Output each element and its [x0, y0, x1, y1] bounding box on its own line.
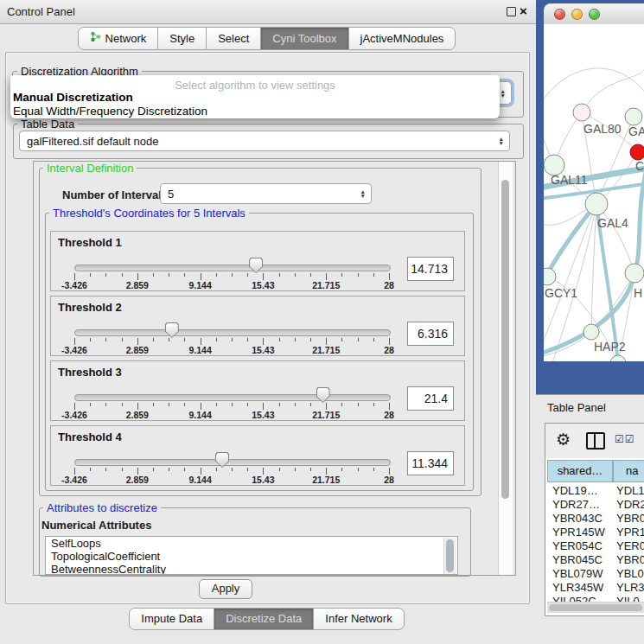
threshold-value-field[interactable]: 14.713: [407, 257, 454, 281]
slider-track[interactable]: [74, 459, 391, 466]
network-node-label: GAL80: [583, 122, 622, 136]
cell-shared-name: YLR345W: [547, 581, 613, 595]
float-window-icon[interactable]: [507, 7, 516, 16]
close-traffic-light[interactable]: [554, 9, 565, 20]
tick-mark: [122, 403, 123, 406]
tick-mark: [341, 468, 342, 471]
gear-icon[interactable]: ⚙: [556, 430, 571, 450]
threshold-value-field[interactable]: 21.4: [407, 386, 454, 411]
threshold-value-field[interactable]: 11.344: [407, 451, 454, 475]
tick-mark: [326, 273, 327, 280]
scrollbar-thumb[interactable]: [501, 180, 509, 499]
table-hscrollbar-track[interactable]: [547, 602, 644, 613]
table-row[interactable]: YPR145WYPR1: [547, 526, 644, 539]
tab-select[interactable]: Select: [206, 27, 261, 50]
tab-cyni-toolbox[interactable]: Cyni Toolbox: [260, 27, 348, 50]
network-node[interactable]: [573, 104, 590, 121]
table-header-name[interactable]: na: [613, 460, 644, 482]
threshold-panel-4: Threshold 4-3.4262.8599.14415.4321.71528…: [50, 425, 465, 486]
tick-label: 2.859: [126, 280, 149, 290]
tick-mark: [169, 403, 169, 406]
cyni-bottom-tabs: Impute DataDiscretize DataInfer Network: [0, 608, 534, 630]
tick-mark: [122, 338, 123, 341]
cell-shared-name: YBR045C: [547, 553, 613, 567]
network-node[interactable]: [610, 355, 626, 361]
tick-label: 28: [384, 280, 394, 290]
zoom-traffic-light[interactable]: [589, 9, 600, 20]
table-row[interactable]: YDL19…YDL1: [547, 484, 644, 498]
tab-label: Style: [169, 32, 194, 45]
apply-button[interactable]: Apply: [199, 579, 252, 599]
algorithm-option[interactable]: Manual Discretization: [13, 91, 133, 104]
network-node[interactable]: [630, 144, 644, 160]
algorithm-option[interactable]: Equal Width/Frequency Discretization: [13, 105, 207, 118]
checkbox-icons[interactable]: ☑☑: [615, 433, 635, 445]
list-scrollbar-thumb[interactable]: [446, 539, 454, 572]
tick-mark: [232, 338, 233, 341]
tick-mark: [90, 273, 91, 277]
tick-mark: [184, 403, 185, 406]
tick-mark: [153, 468, 154, 471]
algorithm-dropdown-popup: Select algorithm to view settings Manual…: [10, 75, 500, 118]
network-view-canvas[interactable]: GAL80GACGAL11GAL4GCY1HHAP2: [544, 24, 644, 361]
table-header-shared-name[interactable]: shared…: [547, 460, 613, 482]
number-of-intervals-combobox[interactable]: 5 ▲▼: [160, 183, 372, 204]
network-icon: [90, 31, 101, 45]
close-icon[interactable]: ×: [520, 3, 527, 18]
tick-label: 15.43: [252, 410, 274, 420]
combo-arrows-icon: ▲▼: [360, 189, 366, 198]
slider-track[interactable]: [74, 394, 391, 401]
tick-label: 15.43: [252, 345, 274, 355]
bottom-tab-impute-data[interactable]: Impute Data: [129, 608, 214, 630]
bottom-tab-label: Infer Network: [325, 612, 392, 625]
tick-mark: [279, 468, 280, 471]
network-node[interactable]: [625, 108, 642, 125]
cell-shared-name: YBL079W: [547, 567, 613, 581]
cell-shared-name: YPR145W: [547, 526, 613, 539]
thresholds-group-label: Threshold's Coordinates for 5 Intervals: [49, 207, 249, 220]
attribute-list-item[interactable]: SelfLoops: [46, 537, 457, 550]
tick-mark: [169, 338, 169, 341]
attribute-list-item[interactable]: BetweennessCentrality: [46, 563, 457, 575]
cell-name: YER0: [613, 539, 644, 553]
tick-mark: [184, 338, 185, 341]
panel-title: Control Panel: [7, 5, 75, 18]
tab-style[interactable]: Style: [157, 27, 207, 50]
tick-mark: [295, 338, 296, 341]
threshold-value-field[interactable]: 6.316: [407, 322, 454, 346]
table-hscrollbar-thumb[interactable]: [549, 604, 642, 611]
split-columns-icon[interactable]: [586, 432, 605, 450]
tab-label: jActiveMNodules: [360, 32, 444, 45]
table-data-combobox[interactable]: galFiltered.sif default node ▲▼: [19, 131, 510, 151]
bottom-tab-discretize-data[interactable]: Discretize Data: [214, 608, 314, 630]
tab-network[interactable]: Network: [78, 27, 159, 50]
bottom-tab-infer-network[interactable]: Infer Network: [313, 608, 404, 630]
tick-mark: [216, 273, 217, 277]
tick-mark: [105, 468, 106, 471]
tick-mark: [373, 468, 374, 471]
tick-mark: [389, 273, 390, 280]
attribute-list-item[interactable]: TopologicalCoefficient: [46, 550, 457, 563]
tick-label: 15.43: [252, 475, 274, 485]
table-row[interactable]: YBR045CYBR0: [547, 553, 644, 567]
network-node[interactable]: [544, 268, 556, 285]
bottom-tab-label: Discretize Data: [226, 612, 302, 625]
network-node[interactable]: [585, 193, 608, 215]
list-scrollbar-track[interactable]: [443, 538, 456, 574]
numerical-attributes-list[interactable]: SelfLoopsTopologicalCoefficientBetweenne…: [45, 536, 458, 575]
table-row[interactable]: YLR345WYLR3: [547, 581, 644, 595]
tick-mark: [74, 338, 75, 345]
table-row[interactable]: YDR27…YDR2: [547, 498, 644, 512]
tick-mark: [373, 273, 374, 277]
network-window-titlebar[interactable]: [544, 3, 644, 25]
minimize-traffic-light[interactable]: [571, 9, 583, 20]
tick-mark: [137, 273, 138, 280]
table-row[interactable]: YBR043CYBR0: [547, 512, 644, 526]
network-node[interactable]: [583, 324, 599, 340]
network-node[interactable]: [625, 264, 644, 283]
table-row[interactable]: YER054CYER0: [547, 539, 644, 553]
tab-jactivemnodules[interactable]: jActiveMNodules: [348, 27, 456, 50]
slider-track[interactable]: [74, 265, 391, 271]
table-row[interactable]: YBL079WYBL0: [547, 567, 644, 581]
slider-track[interactable]: [74, 329, 391, 336]
